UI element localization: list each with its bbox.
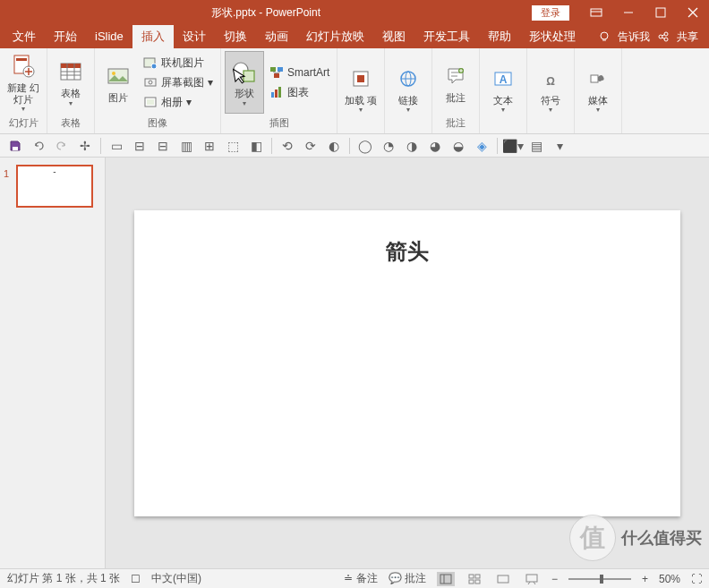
watermark-text: 什么值得买	[621, 527, 702, 549]
sorter-view-icon[interactable]	[466, 572, 483, 586]
qat-button-3[interactable]: ⊟	[132, 138, 148, 154]
watermark: 值 什么值得买	[569, 515, 702, 561]
qat-button-4[interactable]: ⊟	[155, 138, 171, 154]
svg-text:A: A	[500, 73, 508, 86]
ribbon-group-links: 链接 ▾	[385, 48, 432, 133]
link-button[interactable]: 链接 ▾	[389, 58, 428, 121]
close-icon[interactable]	[677, 0, 709, 25]
normal-view-icon[interactable]	[437, 572, 455, 586]
chevron-down-icon: ▾	[186, 96, 192, 108]
new-slide-button[interactable]: 新建 幻灯片 ▾	[4, 51, 43, 114]
tab-transitions[interactable]: 切换	[215, 25, 256, 48]
online-picture-button[interactable]: 联机图片	[140, 53, 217, 72]
share-button[interactable]: 共享	[677, 30, 698, 45]
svg-rect-35	[278, 67, 283, 72]
tab-islide[interactable]: iSlide	[86, 25, 132, 48]
chevron-down-icon: ▾	[359, 106, 363, 114]
picture-button[interactable]: 图片	[98, 51, 138, 114]
tab-home[interactable]: 开始	[45, 25, 86, 48]
tab-file[interactable]: 文件	[4, 25, 45, 48]
slide-thumbnail-pane[interactable]: 1	[0, 158, 106, 568]
slide-canvas[interactable]: 箭头	[134, 210, 680, 516]
ribbon-display-icon[interactable]	[580, 0, 612, 25]
ribbon-group-media: 媒体 ▾	[575, 48, 622, 133]
redo-icon[interactable]	[54, 138, 70, 154]
qat-button-16[interactable]: ◒	[450, 138, 466, 154]
slide-canvas-area[interactable]: 箭头	[106, 158, 709, 568]
slideshow-view-icon[interactable]	[523, 572, 541, 586]
svg-point-9	[664, 32, 668, 36]
chart-button[interactable]: 图表	[266, 82, 333, 102]
symbol-button[interactable]: Ω 符号 ▾	[531, 58, 570, 121]
media-button[interactable]: 媒体 ▾	[578, 58, 618, 121]
comments-button[interactable]: 💬 批注	[389, 571, 426, 586]
album-icon	[143, 95, 158, 109]
qat-button-19[interactable]: ▤	[528, 138, 544, 154]
qat-dropdown-icon[interactable]: ▾	[551, 138, 568, 154]
screenshot-button[interactable]: 屏幕截图▾	[140, 72, 217, 92]
qat-button-2[interactable]: ▭	[108, 138, 124, 154]
qat-button-14[interactable]: ◑	[404, 138, 420, 154]
window-title: 形状.pptx - PowerPoint	[0, 5, 532, 21]
tab-developer[interactable]: 开发工具	[414, 25, 479, 48]
shapes-button[interactable]: 形状 ▾	[225, 51, 264, 114]
textbox-icon: A	[489, 64, 517, 93]
save-icon[interactable]	[7, 138, 23, 154]
tab-insert[interactable]: 插入	[132, 25, 174, 48]
login-button[interactable]: 登录	[532, 5, 569, 21]
ribbon: 新建 幻灯片 ▾ 幻灯片 表格 ▾ 表格 图片 联机图片 屏幕截图▾ 相册▾	[0, 48, 709, 134]
language-label[interactable]: 中文(中国)	[151, 571, 201, 586]
qat-button-11[interactable]: ◐	[326, 138, 342, 154]
qat-button-7[interactable]: ⬚	[225, 138, 241, 154]
tab-slideshow[interactable]: 幻灯片放映	[297, 25, 373, 48]
qat-button-6[interactable]: ⊞	[201, 138, 218, 154]
addin-icon	[346, 64, 375, 93]
zoom-level[interactable]: 50%	[659, 573, 680, 585]
ribbon-group-comments: 批注 批注	[432, 48, 480, 133]
qat-button-17[interactable]: ◈	[474, 138, 490, 154]
qat-button-18[interactable]: ⬛▾	[505, 138, 521, 154]
tab-shape-process[interactable]: 形状处理	[520, 25, 585, 48]
svg-rect-62	[475, 580, 480, 584]
picture-icon	[104, 62, 132, 90]
tab-help[interactable]: 帮助	[479, 25, 520, 48]
table-button[interactable]: 表格 ▾	[51, 51, 90, 114]
ribbon-tabs: 文件 开始 iSlide 插入 设计 切换 动画 幻灯片放映 视图 开发工具 帮…	[0, 25, 709, 48]
smartart-button[interactable]: SmartArt	[266, 63, 333, 82]
accessibility-icon[interactable]: ☐	[131, 573, 141, 585]
qat-button-12[interactable]: ◯	[357, 138, 373, 154]
qat-button-13[interactable]: ◔	[380, 138, 397, 154]
addins-button[interactable]: 加载 项 ▾	[341, 58, 380, 121]
qat-button-1[interactable]: ✢	[77, 138, 93, 154]
tab-design[interactable]: 设计	[174, 25, 215, 48]
zoom-slider[interactable]	[568, 578, 631, 580]
zoom-out-icon[interactable]: −	[551, 573, 558, 585]
undo-icon[interactable]	[30, 138, 47, 154]
tab-animations[interactable]: 动画	[256, 25, 297, 48]
qat-button-5[interactable]: ▥	[178, 138, 194, 154]
tab-view[interactable]: 视图	[373, 25, 414, 48]
qat-button-9[interactable]: ⟲	[279, 138, 295, 154]
screenshot-icon	[143, 75, 158, 89]
fit-to-window-icon[interactable]: ⛶	[691, 573, 702, 585]
qat-button-15[interactable]: ◕	[427, 138, 443, 154]
tell-me[interactable]: 告诉我	[618, 30, 650, 45]
statusbar: 幻灯片 第 1 张，共 1 张 ☐ 中文(中国) ≐ 备注 💬 批注 − + 5…	[0, 568, 709, 588]
textbox-button[interactable]: A 文本 ▾	[483, 58, 523, 121]
notes-button[interactable]: ≐ 备注	[344, 571, 377, 586]
svg-rect-41	[278, 87, 281, 98]
reading-view-icon[interactable]	[494, 572, 512, 586]
qat-button-8[interactable]: ◧	[248, 138, 264, 154]
minimize-icon[interactable]	[612, 0, 645, 25]
thumbnail-slide[interactable]	[16, 165, 93, 208]
comment-button[interactable]: 批注	[436, 51, 475, 114]
ribbon-group-tables: 表格 ▾ 表格	[47, 48, 95, 133]
zoom-in-icon[interactable]: +	[642, 573, 648, 585]
qat-button-10[interactable]: ⟳	[303, 138, 319, 154]
slide-title-text[interactable]: 箭头	[386, 237, 429, 266]
ribbon-group-slides: 新建 幻灯片 ▾ 幻灯片	[0, 48, 47, 133]
album-button[interactable]: 相册▾	[140, 92, 217, 112]
svg-rect-63	[498, 575, 508, 583]
maximize-icon[interactable]	[645, 0, 677, 25]
thumbnail-item[interactable]: 1	[4, 165, 101, 208]
